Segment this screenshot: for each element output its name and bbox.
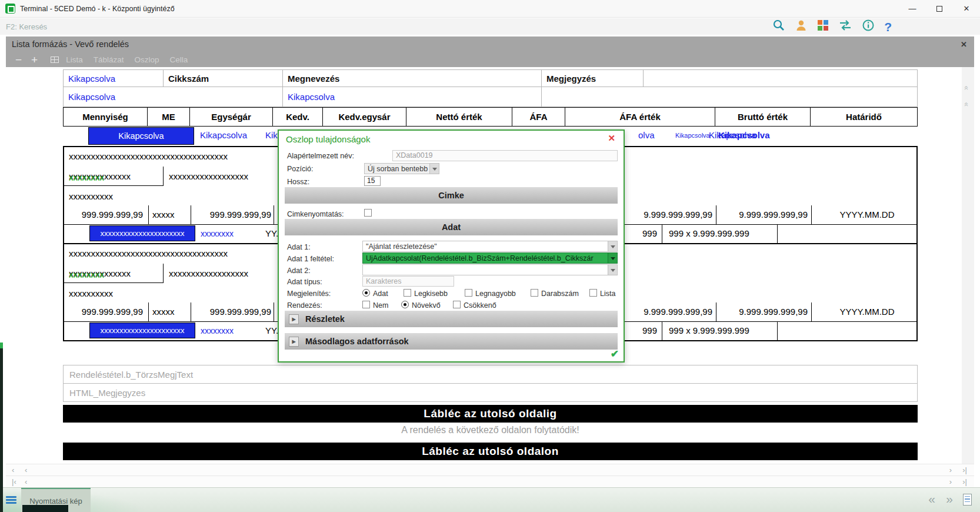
column-header[interactable]: Egységár: [190, 108, 273, 126]
amount-cell[interactable]: 999.999.999,99: [195, 307, 271, 317]
amount-cell[interactable]: 9.999.999.999,99: [732, 210, 808, 220]
link-cell-cut[interactable]: olva: [638, 130, 655, 140]
hamburger-menu-icon[interactable]: [6, 496, 16, 504]
details-expander[interactable]: ▶ Részletek: [285, 311, 618, 327]
link-cell[interactable]: Kikapcsolva: [64, 87, 283, 107]
user-icon[interactable]: [795, 19, 808, 34]
close-button[interactable]: ✕: [953, 0, 980, 17]
data-type-input[interactable]: Karakteres: [362, 276, 454, 287]
column-header[interactable]: Bruttó érték: [715, 108, 811, 126]
footer-band[interactable]: Lábléc az utolsó oldalig: [63, 405, 918, 423]
display-adat-radio[interactable]: [362, 289, 370, 297]
column-header[interactable]: ME: [148, 108, 190, 126]
vertical-scrollbar[interactable]: » »: [962, 67, 974, 464]
data2-select[interactable]: [362, 264, 618, 275]
sort-csokkeno-checkbox[interactable]: [453, 301, 461, 308]
selected-cell[interactable]: xxxxxxxxxxxxxxxxxxxxxx: [89, 323, 195, 338]
date-cell[interactable]: YYYY.MM.DD: [817, 307, 917, 317]
pack-cell[interactable]: 999 x 9.999.999.999: [669, 228, 749, 238]
length-input[interactable]: 15: [364, 176, 381, 186]
amount-cell[interactable]: 999.999.999,99: [66, 210, 143, 220]
amount-cell-cut[interactable]: 999: [639, 325, 657, 335]
data1-select[interactable]: "Ajánlat részletezése": [362, 241, 618, 252]
display-legnagyobb-checkbox[interactable]: [465, 289, 472, 297]
scroll-up-icon[interactable]: »: [961, 102, 970, 107]
amount-cell[interactable]: 9.999.999.999,99: [638, 307, 712, 317]
chevron-down-icon[interactable]: [608, 241, 617, 251]
tab-cella[interactable]: Cella: [170, 55, 188, 64]
info-icon[interactable]: [862, 19, 875, 34]
link-cell[interactable]: xxxxxxxx: [201, 326, 234, 335]
dialog-close-button[interactable]: ✕: [608, 133, 615, 144]
placeholder-text-green[interactable]: xxxxxxxx: [69, 172, 104, 182]
continuation-band[interactable]: A rendelés a következő oldalon folytatód…: [63, 425, 918, 435]
amount-cell-cut[interactable]: 999: [639, 228, 657, 238]
placeholder-text[interactable]: xxxxxxxxxxxxxxxxxxxxxxxxxxxxxxxxxxxx: [69, 248, 228, 258]
table-icon[interactable]: [51, 56, 59, 63]
display-lista-checkbox[interactable]: [589, 289, 597, 297]
header-cell[interactable]: Megnevezés: [283, 70, 542, 87]
scroll-up-icon[interactable]: »: [961, 86, 970, 90]
position-select[interactable]: Új sorban bentebb: [364, 163, 439, 174]
amount-cell[interactable]: 9.999.999.999,99: [638, 210, 712, 220]
panel-close-button[interactable]: ✕: [961, 40, 967, 49]
link-cell[interactable]: Kikapcsolva: [200, 130, 247, 140]
secondary-sources-expander[interactable]: ▶ Másodlagos adatforrások: [285, 333, 618, 350]
column-header[interactable]: Kedv.egysár: [323, 108, 406, 126]
chevron-down-icon[interactable]: [429, 164, 439, 174]
help-icon[interactable]: ?: [884, 21, 892, 33]
page-back-button[interactable]: «: [928, 492, 935, 506]
pager-last-button[interactable]: ›|: [962, 477, 967, 486]
default-name-input[interactable]: XData0019: [392, 150, 618, 161]
placeholder-text[interactable]: xxxxxxxxxx: [69, 191, 113, 201]
footer-band[interactable]: Lábléc az utolsó oldalon: [63, 443, 918, 460]
maximize-button[interactable]: [926, 0, 953, 17]
amount-cell[interactable]: 999.999.999,99: [195, 210, 271, 220]
chevron-down-icon[interactable]: [608, 265, 617, 275]
dialog-confirm-button[interactable]: ✔: [611, 348, 619, 360]
header-cell-empty[interactable]: [644, 70, 917, 87]
display-legkisebb-checkbox[interactable]: [404, 289, 411, 297]
placeholder-text[interactable]: xxxxx: [152, 210, 175, 220]
sort-nem-checkbox[interactable]: [362, 301, 370, 308]
page-forward-button[interactable]: »: [946, 492, 953, 506]
header-cell[interactable]: Cikkszám: [164, 70, 283, 87]
selected-cell[interactable]: Kikapcsolva: [88, 127, 194, 145]
column-header[interactable]: Határidő: [811, 108, 917, 126]
pager-next-button[interactable]: ›: [949, 466, 952, 474]
placeholder-text[interactable]: xxxxxxxxxx: [69, 288, 113, 298]
note-row[interactable]: Rendeléstétel.b_TörzsMegjText: [63, 365, 918, 384]
link-cell[interactable]: Kikapcsolva: [64, 70, 164, 87]
search-icon[interactable]: [772, 19, 785, 34]
placeholder-text[interactable]: xxxxxxxxxxxxxxxxxxxxxxxxxxxxxxxxxxxx: [69, 151, 228, 161]
link-cell[interactable]: Kikapcsolva: [283, 87, 542, 107]
header-cell[interactable]: Megjegyzés: [542, 70, 644, 87]
link-cell-small[interactable]: Kikapcsolva: [675, 132, 710, 139]
placeholder-text-green[interactable]: xxxxxxxx: [69, 270, 104, 280]
placeholder-text[interactable]: xxxxxxxxxxxxxxxxxx: [169, 268, 248, 278]
placeholder-text[interactable]: xxxxx: [152, 307, 175, 317]
date-cell[interactable]: YYYY.MM.DD: [817, 210, 917, 220]
sync-arrows-icon[interactable]: [838, 19, 852, 34]
pager-prev-button[interactable]: ‹: [12, 466, 14, 474]
pager-last-button[interactable]: ›|: [962, 466, 967, 474]
sort-novekvo-radio[interactable]: [401, 301, 409, 308]
chevron-down-icon[interactable]: [608, 253, 617, 263]
note-row[interactable]: HTML_Megjegyzes: [63, 383, 918, 402]
search-shortcut-label[interactable]: F2: Keresés: [6, 22, 47, 31]
tab-lista[interactable]: Lista: [66, 55, 83, 64]
amount-cell[interactable]: 999.999.999,99: [66, 307, 143, 317]
column-header[interactable]: Mennyiség: [64, 108, 148, 126]
amount-cell[interactable]: 9.999.999.999,99: [732, 307, 808, 317]
pager-prev-button[interactable]: ‹: [25, 466, 27, 474]
link-cell-overlap[interactable]: Kikapcsolva: [718, 130, 770, 140]
tab-tablazat[interactable]: Táblázat: [94, 55, 124, 64]
display-darabszam-checkbox[interactable]: [531, 289, 538, 297]
document-icon[interactable]: [963, 494, 972, 506]
pager-first-button[interactable]: |‹: [12, 477, 16, 486]
expander-arrow-icon[interactable]: ▶: [289, 314, 299, 324]
column-header[interactable]: Nettó érték: [406, 108, 512, 126]
column-header[interactable]: Kedv.: [273, 108, 323, 126]
pager-prev-button[interactable]: ‹: [25, 477, 27, 486]
zoom-out-button[interactable]: −: [15, 54, 22, 65]
